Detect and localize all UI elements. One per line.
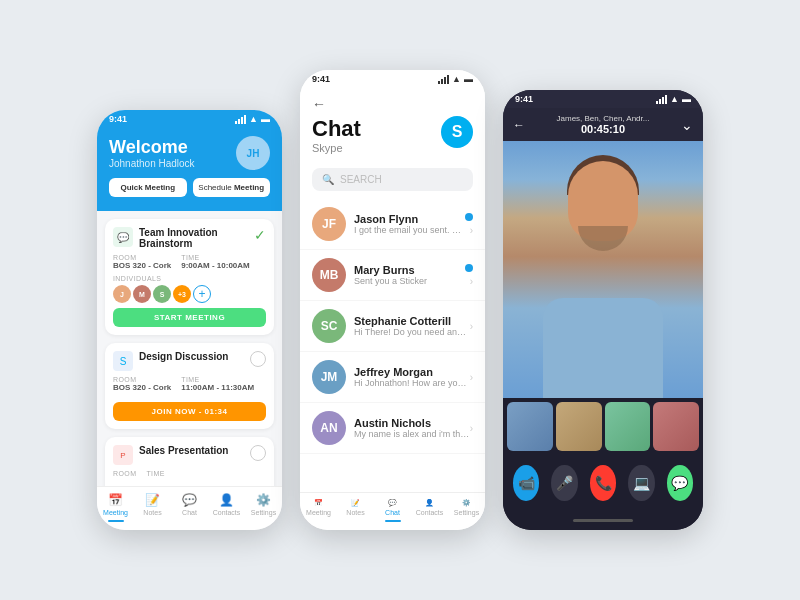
schedule-label-bold: Meeting — [234, 183, 264, 192]
thumbnail-2[interactable] — [556, 402, 602, 451]
end-call-icon: 📞 — [595, 475, 612, 491]
meeting-card-1[interactable]: 💬 Team Innovation Brainstorm ✓ ROOM BOS … — [105, 219, 274, 335]
chat-title: Chat — [312, 116, 361, 142]
p2-nav-notes[interactable]: 📝 Notes — [337, 499, 374, 522]
chevron-4: › — [470, 423, 473, 434]
meta-room-1: ROOM BOS 320 - Cork — [113, 254, 171, 270]
person-head — [568, 161, 638, 241]
chat-name-4: Austin Nichols — [354, 417, 470, 429]
p2-title-group: Chat Skype — [312, 116, 361, 154]
thumbnail-4[interactable] — [653, 402, 699, 451]
end-call-button[interactable]: 📞 — [590, 465, 616, 501]
chat-icon: 💬 — [671, 475, 688, 491]
screen-icon: 💻 — [633, 475, 650, 491]
p1-body: 💬 Team Innovation Brainstorm ✓ ROOM BOS … — [97, 211, 282, 530]
chat-item-3[interactable]: JM Jeffrey Morgan Hi Johnathon! How are … — [300, 352, 485, 403]
nav-notes-label: Notes — [143, 509, 161, 516]
chevron-0: › — [470, 225, 473, 236]
p1-header-top: Welcome Johnathon Hadlock JH — [109, 136, 270, 170]
back-button[interactable]: ← — [312, 96, 473, 112]
nav-contacts[interactable]: 👤 Contacts — [208, 493, 245, 522]
schedule-meeting-button[interactable]: Schedule Meeting — [193, 178, 271, 197]
meta-time-3: TIME — [146, 470, 164, 486]
chevron-3: › — [470, 372, 473, 383]
chat-avatar-0: JF — [312, 207, 346, 241]
screen-share-button[interactable]: 💻 — [628, 465, 654, 501]
chat-name-0: Jason Flynn — [354, 213, 465, 225]
call-timer: 00:45:10 — [557, 123, 650, 135]
p1-bottom-nav: 📅 Meeting 📝 Notes 💬 Chat 👤 Contacts ⚙️ S… — [97, 486, 282, 530]
chat-button[interactable]: 💬 — [667, 465, 693, 501]
chat-nav-icon: 💬 — [182, 493, 197, 507]
p2-nav-contacts[interactable]: 👤 Contacts — [411, 499, 448, 522]
wifi-icon-3: ▲ — [670, 94, 679, 104]
p2-settings-label: Settings — [454, 509, 479, 516]
thumb-img-3 — [605, 402, 651, 451]
mute-button[interactable]: 🎤 — [551, 465, 577, 501]
chat-avatar-3: JM — [312, 360, 346, 394]
p2-notes-label: Notes — [346, 509, 364, 516]
p1-welcome-group: Welcome Johnathon Hadlock — [109, 137, 195, 169]
chat-right-4: › — [470, 423, 473, 434]
nav-settings-label: Settings — [251, 509, 276, 516]
circle-select-3[interactable] — [250, 445, 266, 461]
avatar-badge: +3 — [173, 285, 191, 303]
nav-chat[interactable]: 💬 Chat — [171, 493, 208, 522]
quick-meeting-button[interactable]: Quick Meeting — [109, 178, 187, 197]
nav-chat-label: Chat — [182, 509, 197, 516]
person-beard — [578, 226, 628, 251]
unread-dot-1 — [465, 264, 473, 272]
p3-back-button[interactable]: ← — [513, 118, 525, 132]
search-icon: 🔍 — [322, 174, 334, 185]
chat-avatar-4: AN — [312, 411, 346, 445]
nav-notes[interactable]: 📝 Notes — [134, 493, 171, 522]
thumbnail-1[interactable] — [507, 402, 553, 451]
signal-icon-3 — [656, 95, 667, 104]
chat-item-0[interactable]: JF Jason Flynn I got the email you sent.… — [300, 199, 485, 250]
unread-dot-0 — [465, 213, 473, 221]
meeting-card-header-3: P Sales Presentation — [113, 445, 266, 465]
p2-contacts-icon: 👤 — [425, 499, 434, 507]
meta-time-1: TIME 9:00AM - 10:00AM — [181, 254, 249, 270]
p2-nav-meeting[interactable]: 📅 Meeting — [300, 499, 337, 522]
chat-name-2: Stephanie Cotterill — [354, 315, 470, 327]
individuals-label: INDIVIDUALS — [113, 275, 266, 282]
add-individual-button[interactable]: + — [193, 285, 211, 303]
p2-nav-settings[interactable]: ⚙️ Settings — [448, 499, 485, 522]
join-meeting-button[interactable]: JOIN NOW - 01:34 — [113, 402, 266, 421]
chat-item-4[interactable]: AN Austin Nichols My name is alex and i'… — [300, 403, 485, 454]
user-avatar: JH — [236, 136, 270, 170]
welcome-text: Welcome — [109, 137, 195, 158]
status-icons-1: ▲ ▬ — [235, 114, 270, 124]
thumb-img-2 — [556, 402, 602, 451]
circle-select-2[interactable] — [250, 351, 266, 367]
home-bar — [573, 519, 633, 522]
p1-action-buttons: Quick Meeting Schedule Meeting — [109, 178, 270, 197]
nav-meeting[interactable]: 📅 Meeting — [97, 493, 134, 522]
p2-meeting-label: Meeting — [306, 509, 331, 516]
avatars-row: J M S +3 + — [113, 285, 266, 303]
start-meeting-button[interactable]: START MEETING — [113, 308, 266, 327]
thumbnail-3[interactable] — [605, 402, 651, 451]
search-bar[interactable]: 🔍 SEARCH — [312, 168, 473, 191]
main-video — [503, 141, 703, 398]
check-icon-1: ✓ — [254, 227, 266, 243]
video-toggle-button[interactable]: 📹 — [513, 465, 539, 501]
video-person — [503, 141, 703, 398]
p2-nav-chat[interactable]: 💬 Chat — [374, 499, 411, 522]
nav-settings[interactable]: ⚙️ Settings — [245, 493, 282, 522]
phone-chat: 9:41 ▲ ▬ ← Chat Skype S 🔍 — [300, 70, 485, 530]
wifi-icon-2: ▲ — [452, 74, 461, 84]
battery-icon-3: ▬ — [682, 94, 691, 104]
meeting-card-2[interactable]: S Design Discussion ROOM BOS 320 - Cork … — [105, 343, 274, 429]
participant-thumbnails — [503, 398, 703, 455]
chat-item-1[interactable]: MB Mary Burns Sent you a Sticker › — [300, 250, 485, 301]
chat-avatar-2: SC — [312, 309, 346, 343]
p2-title-row: Chat Skype S — [312, 116, 473, 154]
chat-item-2[interactable]: SC Stephanie Cotterill Hi There! Do you … — [300, 301, 485, 352]
chat-info-1: Mary Burns Sent you a Sticker — [354, 264, 465, 286]
meeting-meta-3: ROOM TIME — [113, 470, 266, 486]
more-button[interactable]: ⌄ — [681, 117, 693, 133]
meta-room-3: ROOM — [113, 470, 136, 486]
chat-preview-2: Hi There! Do you need any help... — [354, 327, 470, 337]
